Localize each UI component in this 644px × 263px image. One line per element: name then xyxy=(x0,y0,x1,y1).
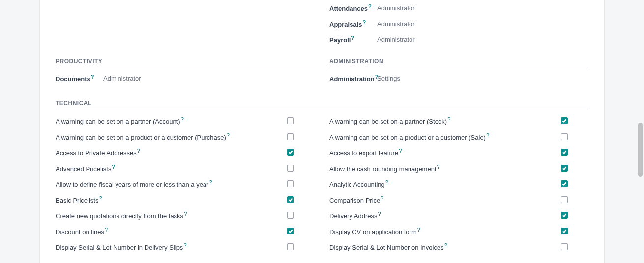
help-icon[interactable]: ? xyxy=(181,117,184,122)
help-icon[interactable]: ? xyxy=(105,227,108,233)
top-left-col xyxy=(56,0,315,47)
checkbox[interactable] xyxy=(561,228,568,234)
help-icon[interactable]: ? xyxy=(444,242,447,248)
top-fields: Attendances?AdministratorAppraisals?Admi… xyxy=(56,0,588,47)
productivity-title: PRODUCTIVITY xyxy=(56,58,315,67)
technical-row: A warning can be set on a product or a c… xyxy=(329,129,588,145)
checkbox[interactable] xyxy=(561,149,568,156)
technical-row: Comparison Price? xyxy=(329,192,588,207)
technical-row: Display CV on application form? xyxy=(329,223,588,239)
help-icon[interactable]: ? xyxy=(227,132,230,138)
technical-row: Display Serial & Lot Number in Delivery … xyxy=(56,239,315,255)
technical-row: Basic Pricelists? xyxy=(56,192,315,207)
field-documents-value[interactable]: Administrator xyxy=(103,75,141,82)
technical-row: Discount on lines? xyxy=(56,223,315,239)
technical-label: Allow the cash rounding management? xyxy=(329,164,561,173)
help-icon[interactable]: ? xyxy=(351,35,354,41)
technical-label: A warning can be set on a partner (Accou… xyxy=(56,117,287,125)
technical-label: Delivery Address? xyxy=(329,211,561,220)
administration-section: ADMINISTRATION Administration?Settings xyxy=(329,47,588,86)
productivity-section: PRODUCTIVITY Documents?Administrator xyxy=(56,47,315,86)
technical-right-col: A warning can be set on a partner (Stock… xyxy=(329,113,588,255)
help-icon[interactable]: ? xyxy=(385,179,388,185)
checkbox[interactable] xyxy=(287,196,294,203)
technical-row: A warning can be set on a product or a c… xyxy=(56,129,315,145)
checkbox-cell xyxy=(287,117,315,124)
checkbox-cell xyxy=(561,149,588,156)
checkbox-cell xyxy=(287,165,315,172)
checkbox-cell xyxy=(561,212,588,219)
checkbox[interactable] xyxy=(561,212,568,219)
checkbox[interactable] xyxy=(561,180,568,187)
help-icon[interactable]: ? xyxy=(486,132,489,138)
help-icon[interactable]: ? xyxy=(362,19,366,25)
checkbox-cell xyxy=(287,196,315,203)
help-icon[interactable]: ? xyxy=(399,148,402,154)
field-attendances-row: Attendances?Administrator xyxy=(329,0,588,16)
checkbox[interactable] xyxy=(287,149,294,156)
help-icon[interactable]: ? xyxy=(137,148,140,154)
checkbox-cell xyxy=(561,133,588,140)
checkbox-cell xyxy=(287,149,315,156)
checkbox[interactable] xyxy=(287,165,294,172)
checkbox[interactable] xyxy=(561,133,568,140)
help-icon[interactable]: ? xyxy=(437,164,440,170)
field-payroll-value[interactable]: Administrator xyxy=(377,36,415,43)
technical-label: A warning can be set on a product or a c… xyxy=(329,132,561,141)
administration-title: ADMINISTRATION xyxy=(329,58,588,67)
technical-label: Access to export feature? xyxy=(329,148,561,157)
technical-label: A warning can be set on a product or a c… xyxy=(56,132,287,141)
help-icon[interactable]: ? xyxy=(375,74,379,80)
field-documents-label: Documents? xyxy=(56,74,103,83)
checkbox[interactable] xyxy=(287,133,294,140)
technical-row: A warning can be set on a partner (Stock… xyxy=(329,113,588,129)
checkbox[interactable] xyxy=(561,243,568,250)
field-administration-value[interactable]: Settings xyxy=(377,75,400,82)
help-icon[interactable]: ? xyxy=(209,179,212,185)
technical-left-col: A warning can be set on a partner (Accou… xyxy=(56,113,315,255)
technical-label: Display CV on application form? xyxy=(329,227,561,235)
field-attendances-label: Attendances? xyxy=(329,3,377,12)
help-icon[interactable]: ? xyxy=(378,211,381,217)
checkbox-cell xyxy=(561,228,588,234)
checkbox[interactable] xyxy=(561,165,568,172)
help-icon[interactable]: ? xyxy=(99,195,102,201)
checkbox[interactable] xyxy=(287,212,294,219)
scrollbar-thumb[interactable] xyxy=(638,123,643,177)
help-icon[interactable]: ? xyxy=(91,74,94,80)
field-attendances-value[interactable]: Administrator xyxy=(377,4,415,12)
checkbox-cell xyxy=(561,165,588,172)
technical-label: Display Serial & Lot Number in Delivery … xyxy=(56,242,287,251)
technical-row: Access to Private Addresses? xyxy=(56,145,315,160)
checkbox[interactable] xyxy=(561,196,568,203)
help-icon[interactable]: ? xyxy=(368,3,372,9)
field-administration-label: Administration? xyxy=(329,74,377,83)
top-right-col: Attendances?AdministratorAppraisals?Admi… xyxy=(329,0,588,47)
technical-label: Analytic Accounting? xyxy=(329,179,561,188)
checkbox-cell xyxy=(287,133,315,140)
technical-label: Comparison Price? xyxy=(329,195,561,204)
help-icon[interactable]: ? xyxy=(417,227,420,233)
checkbox[interactable] xyxy=(287,243,294,250)
technical-label: Create new quotations directly from the … xyxy=(56,211,287,220)
checkbox-cell xyxy=(287,212,315,219)
technical-row: Create new quotations directly from the … xyxy=(56,207,315,223)
checkbox[interactable] xyxy=(287,117,294,124)
checkbox[interactable] xyxy=(287,180,294,187)
help-icon[interactable]: ? xyxy=(112,164,115,170)
help-icon[interactable]: ? xyxy=(447,117,450,122)
checkbox-cell xyxy=(561,196,588,203)
technical-row: Display Serial & Lot Number on Invoices? xyxy=(329,239,588,255)
technical-label: Display Serial & Lot Number on Invoices? xyxy=(329,242,561,251)
checkbox[interactable] xyxy=(561,117,568,124)
technical-label: A warning can be set on a partner (Stock… xyxy=(329,117,561,125)
help-icon[interactable]: ? xyxy=(183,242,186,248)
technical-row: Access to export feature? xyxy=(329,145,588,160)
checkbox-cell xyxy=(561,117,588,124)
technical-row: Allow the cash rounding management? xyxy=(329,160,588,176)
technical-row: A warning can be set on a partner (Accou… xyxy=(56,113,315,129)
help-icon[interactable]: ? xyxy=(381,195,383,201)
help-icon[interactable]: ? xyxy=(184,211,187,217)
checkbox[interactable] xyxy=(287,228,294,234)
field-appraisals-value[interactable]: Administrator xyxy=(377,20,415,28)
